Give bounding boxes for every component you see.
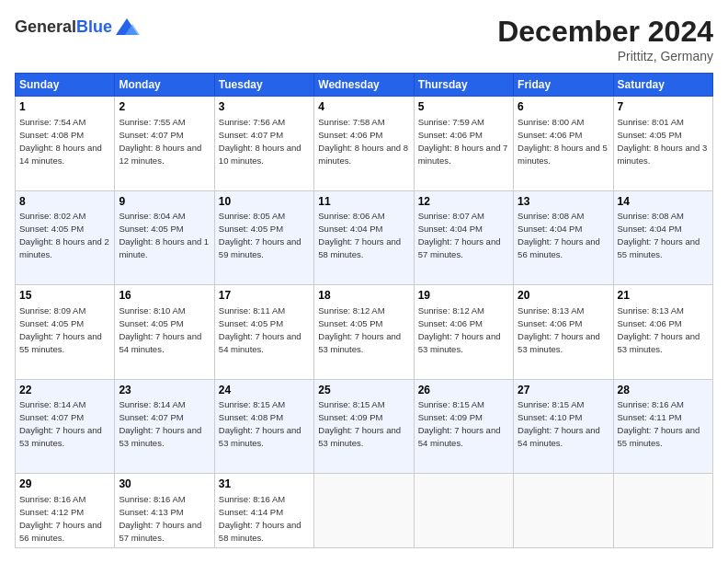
table-row: 22 Sunrise: 8:14 AMSunset: 4:07 PMDaylig… <box>16 379 115 474</box>
logo: GeneralBlue <box>15 15 140 40</box>
day-number: 26 <box>418 383 509 398</box>
table-row: 19 Sunrise: 8:12 AMSunset: 4:06 PMDaylig… <box>414 285 513 380</box>
day-number: 22 <box>19 383 110 398</box>
day-number: 10 <box>219 194 310 210</box>
day-number: 31 <box>219 477 310 492</box>
day-number: 27 <box>518 383 609 398</box>
table-row: 1 Sunrise: 7:54 AMSunset: 4:08 PMDayligh… <box>16 97 115 191</box>
day-number: 20 <box>518 288 609 304</box>
table-row: 4 Sunrise: 7:58 AMSunset: 4:06 PMDayligh… <box>314 97 414 191</box>
day-number: 25 <box>318 383 409 398</box>
table-row: 14 Sunrise: 8:08 AMSunset: 4:04 PMDaylig… <box>613 190 712 285</box>
header: GeneralBlue December 2024 Prittitz, Germ… <box>15 15 713 63</box>
day-info: Sunrise: 8:16 AMSunset: 4:12 PMDaylight:… <box>19 494 102 543</box>
table-row: 26 Sunrise: 8:15 AMSunset: 4:09 PMDaylig… <box>414 379 513 474</box>
day-number: 17 <box>219 288 310 304</box>
day-info: Sunrise: 8:12 AMSunset: 4:05 PMDaylight:… <box>318 305 401 354</box>
day-info: Sunrise: 8:14 AMSunset: 4:07 PMDaylight:… <box>19 399 102 448</box>
table-row: 9 Sunrise: 8:04 AMSunset: 4:05 PMDayligh… <box>115 190 214 285</box>
table-row: 3 Sunrise: 7:56 AMSunset: 4:07 PMDayligh… <box>214 97 313 191</box>
day-number: 6 <box>518 99 609 115</box>
table-row: 2 Sunrise: 7:55 AMSunset: 4:07 PMDayligh… <box>115 97 214 191</box>
day-number: 15 <box>19 288 110 304</box>
day-info: Sunrise: 8:15 AMSunset: 4:09 PMDaylight:… <box>418 399 501 448</box>
table-row: 29 Sunrise: 8:16 AMSunset: 4:12 PMDaylig… <box>16 474 115 548</box>
table-row <box>514 474 613 548</box>
weekday-wednesday: Wednesday <box>314 74 414 97</box>
day-info: Sunrise: 8:09 AMSunset: 4:05 PMDaylight:… <box>19 305 102 354</box>
day-info: Sunrise: 8:16 AMSunset: 4:14 PMDaylight:… <box>219 494 301 543</box>
day-info: Sunrise: 8:04 AMSunset: 4:05 PMDaylight:… <box>119 211 209 259</box>
table-row: 17 Sunrise: 8:11 AMSunset: 4:05 PMDaylig… <box>214 285 313 380</box>
month-title: December 2024 <box>497 15 713 49</box>
day-number: 23 <box>119 383 210 398</box>
table-row: 25 Sunrise: 8:15 AMSunset: 4:09 PMDaylig… <box>314 379 414 474</box>
day-number: 7 <box>618 99 709 115</box>
table-row: 12 Sunrise: 8:07 AMSunset: 4:04 PMDaylig… <box>414 190 513 285</box>
table-row: 5 Sunrise: 7:59 AMSunset: 4:06 PMDayligh… <box>414 97 513 191</box>
table-row: 11 Sunrise: 8:06 AMSunset: 4:04 PMDaylig… <box>314 190 414 285</box>
day-info: Sunrise: 8:02 AMSunset: 4:05 PMDaylight:… <box>19 211 109 259</box>
table-row <box>314 474 414 548</box>
table-row: 24 Sunrise: 8:15 AMSunset: 4:08 PMDaylig… <box>214 379 313 474</box>
day-number: 24 <box>219 383 310 398</box>
day-number: 29 <box>19 477 110 492</box>
table-row: 6 Sunrise: 8:00 AMSunset: 4:06 PMDayligh… <box>514 97 613 191</box>
day-number: 13 <box>518 194 609 210</box>
weekday-row: Sunday Monday Tuesday Wednesday Thursday… <box>16 74 713 97</box>
day-info: Sunrise: 8:05 AMSunset: 4:05 PMDaylight:… <box>219 211 301 259</box>
day-info: Sunrise: 8:12 AMSunset: 4:06 PMDaylight:… <box>418 305 501 354</box>
table-row: 31 Sunrise: 8:16 AMSunset: 4:14 PMDaylig… <box>214 474 313 548</box>
calendar-table: Sunday Monday Tuesday Wednesday Thursday… <box>15 73 713 548</box>
location: Prittitz, Germany <box>497 49 713 63</box>
day-info: Sunrise: 8:06 AMSunset: 4:04 PMDaylight:… <box>318 211 401 259</box>
logo-icon <box>114 15 140 40</box>
table-row: 23 Sunrise: 8:14 AMSunset: 4:07 PMDaylig… <box>115 379 214 474</box>
title-area: December 2024 Prittitz, Germany <box>497 15 713 63</box>
weekday-friday: Friday <box>514 74 613 97</box>
table-row: 28 Sunrise: 8:16 AMSunset: 4:11 PMDaylig… <box>613 379 712 474</box>
day-info: Sunrise: 8:15 AMSunset: 4:09 PMDaylight:… <box>318 399 401 448</box>
day-number: 19 <box>418 288 509 304</box>
table-row: 20 Sunrise: 8:13 AMSunset: 4:06 PMDaylig… <box>514 285 613 380</box>
day-number: 28 <box>618 383 709 398</box>
day-info: Sunrise: 7:55 AMSunset: 4:07 PMDaylight:… <box>119 117 201 166</box>
day-info: Sunrise: 7:54 AMSunset: 4:08 PMDaylight:… <box>19 117 102 166</box>
weekday-sunday: Sunday <box>16 74 115 97</box>
weekday-tuesday: Tuesday <box>214 74 313 97</box>
day-info: Sunrise: 8:13 AMSunset: 4:06 PMDaylight:… <box>518 305 600 354</box>
day-info: Sunrise: 8:01 AMSunset: 4:05 PMDaylight:… <box>618 117 708 166</box>
day-info: Sunrise: 7:56 AMSunset: 4:07 PMDaylight:… <box>219 117 301 166</box>
logo-blue: Blue <box>76 17 112 36</box>
day-number: 18 <box>318 288 409 304</box>
day-number: 14 <box>618 194 709 210</box>
day-number: 16 <box>119 288 210 304</box>
table-row: 13 Sunrise: 8:08 AMSunset: 4:04 PMDaylig… <box>514 190 613 285</box>
day-info: Sunrise: 8:15 AMSunset: 4:10 PMDaylight:… <box>518 399 600 448</box>
day-info: Sunrise: 8:16 AMSunset: 4:11 PMDaylight:… <box>618 399 700 448</box>
table-row: 21 Sunrise: 8:13 AMSunset: 4:06 PMDaylig… <box>613 285 712 380</box>
day-info: Sunrise: 8:00 AMSunset: 4:06 PMDaylight:… <box>518 117 608 166</box>
calendar-header: Sunday Monday Tuesday Wednesday Thursday… <box>16 74 713 97</box>
table-row: 8 Sunrise: 8:02 AMSunset: 4:05 PMDayligh… <box>16 190 115 285</box>
day-number: 9 <box>119 194 210 210</box>
logo-general: General <box>15 17 76 36</box>
day-info: Sunrise: 8:08 AMSunset: 4:04 PMDaylight:… <box>618 211 700 259</box>
day-number: 11 <box>318 194 409 210</box>
day-number: 30 <box>119 477 210 492</box>
calendar-body: 1 Sunrise: 7:54 AMSunset: 4:08 PMDayligh… <box>16 97 713 548</box>
table-row <box>414 474 513 548</box>
day-info: Sunrise: 8:14 AMSunset: 4:07 PMDaylight:… <box>119 399 201 448</box>
day-number: 21 <box>618 288 709 304</box>
table-row: 16 Sunrise: 8:10 AMSunset: 4:05 PMDaylig… <box>115 285 214 380</box>
day-info: Sunrise: 8:15 AMSunset: 4:08 PMDaylight:… <box>219 399 301 448</box>
day-info: Sunrise: 7:58 AMSunset: 4:06 PMDaylight:… <box>318 117 408 166</box>
day-number: 3 <box>219 99 310 115</box>
day-number: 5 <box>418 99 509 115</box>
weekday-thursday: Thursday <box>414 74 513 97</box>
calendar-container: GeneralBlue December 2024 Prittitz, Germ… <box>0 0 728 563</box>
day-info: Sunrise: 8:11 AMSunset: 4:05 PMDaylight:… <box>219 305 301 354</box>
day-number: 8 <box>19 194 110 210</box>
day-info: Sunrise: 8:08 AMSunset: 4:04 PMDaylight:… <box>518 211 600 259</box>
day-number: 1 <box>19 99 110 115</box>
